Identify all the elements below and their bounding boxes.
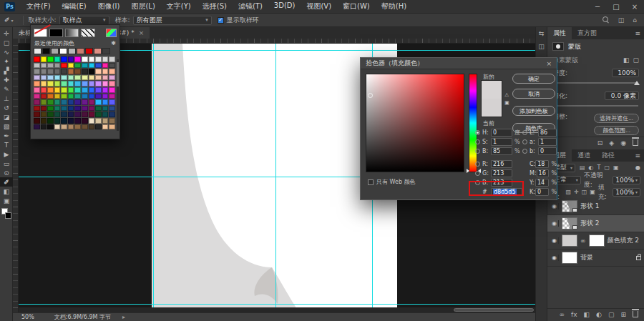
tab-paths[interactable]: 路径 — [596, 149, 620, 162]
swatch-89[interactable] — [68, 99, 74, 105]
menu-item-3[interactable]: 图层(L) — [125, 1, 160, 11]
L-field[interactable]: 86 — [538, 129, 557, 137]
swatch-42[interactable] — [74, 75, 81, 81]
M-field[interactable]: 16 — [537, 169, 550, 177]
dialog-close-icon[interactable]: × — [546, 60, 552, 67]
workspace-icon[interactable]: ◫ — [618, 16, 625, 24]
apply-mask-icon[interactable]: ◈ — [609, 139, 614, 147]
swatch-28[interactable] — [61, 69, 67, 74]
swatch-75[interactable] — [54, 94, 61, 99]
swatch-55[interactable] — [82, 81, 88, 87]
swatch-83[interactable] — [109, 94, 115, 99]
layer-style-icon[interactable]: fx — [571, 311, 577, 318]
layer-row-shape-0[interactable]: ◉形状 1 — [547, 198, 644, 215]
swatch-17[interactable] — [68, 63, 74, 69]
web-colors-only-checkbox[interactable] — [368, 179, 374, 185]
swatch-9[interactable] — [95, 56, 102, 62]
adjustment-layer-icon[interactable]: ◐ — [596, 311, 602, 318]
add-vector-mask-icon[interactable]: ▢ — [633, 56, 639, 64]
rectangle-tool[interactable]: ▭ — [0, 159, 13, 168]
recent-swatch-3[interactable] — [59, 48, 67, 54]
collapsed-panel-icon[interactable]: ◫ — [538, 43, 545, 50]
swatch-10[interactable] — [102, 56, 109, 62]
lock-icon-3[interactable]: ▣ — [590, 189, 595, 195]
swatches-scrollbar[interactable] — [117, 59, 119, 131]
swatch-117[interactable] — [95, 112, 102, 117]
current-color-swatch[interactable] — [482, 99, 502, 117]
swatch-65[interactable] — [68, 87, 74, 93]
minimize-button[interactable]: ─ — [588, 3, 607, 11]
add-to-swatches-button[interactable]: 添加到色板 — [512, 106, 555, 116]
swatch-49[interactable] — [41, 81, 47, 87]
cancel-button[interactable]: 取消 — [512, 89, 555, 99]
recent-swatch-5[interactable] — [77, 48, 84, 54]
path-select-tool[interactable]: ▶ — [0, 149, 13, 159]
swatch-61[interactable] — [41, 87, 47, 93]
swatch-133[interactable] — [41, 124, 47, 130]
maximize-button[interactable]: □ — [607, 3, 625, 11]
swatch-138[interactable] — [74, 124, 81, 130]
swatch-72[interactable] — [34, 94, 40, 99]
H-radio[interactable] — [475, 130, 480, 135]
swatch-127[interactable] — [82, 118, 88, 124]
swatch-80[interactable] — [89, 94, 95, 99]
swatch-94[interactable] — [102, 99, 109, 105]
swatch-96[interactable] — [34, 106, 40, 112]
background-color-chip[interactable] — [5, 212, 11, 219]
swatch-15[interactable] — [54, 63, 61, 69]
swatch-126[interactable] — [74, 118, 81, 124]
swatch-129[interactable] — [95, 118, 102, 124]
swatch-40[interactable] — [61, 75, 67, 81]
swatch-4[interactable] — [61, 56, 67, 62]
filter-toggle-icon[interactable]: ● — [635, 164, 640, 171]
swatch-7[interactable] — [82, 56, 88, 62]
hex-field[interactable]: d8d5d5 — [491, 188, 522, 196]
pattern-icon[interactable] — [81, 29, 94, 37]
sample-size-dropdown[interactable]: 取样点▾ — [59, 16, 109, 25]
swatch-90[interactable] — [74, 99, 81, 105]
menu-item-1[interactable]: 编辑(E) — [57, 1, 92, 11]
swatch-107[interactable] — [109, 106, 115, 112]
no-color-icon[interactable] — [34, 29, 47, 37]
layers-panel-menu-icon[interactable]: ≡ — [635, 152, 640, 159]
zoom-tool[interactable]: ⊙ — [0, 168, 13, 177]
S-field[interactable]: 1 — [491, 138, 512, 146]
swatch-41[interactable] — [68, 75, 74, 81]
recent-swatch-0[interactable] — [34, 48, 42, 54]
swatch-137[interactable] — [68, 124, 74, 130]
layer-row-fill-2[interactable]: ◉∞颜色填充 2 — [547, 232, 644, 250]
swatch-36[interactable] — [34, 75, 40, 81]
swatch-64[interactable] — [61, 87, 67, 93]
swatch-95[interactable] — [109, 99, 115, 105]
swatch-84[interactable] — [34, 99, 40, 105]
color-field-marker[interactable] — [368, 93, 373, 98]
feather-value[interactable]: 0.0 像素 — [605, 92, 639, 100]
swatch-99[interactable] — [54, 106, 61, 112]
swatch-50[interactable] — [47, 81, 54, 87]
density-slider[interactable] — [553, 82, 638, 84]
swatch-115[interactable] — [82, 112, 88, 117]
swatch-68[interactable] — [89, 87, 95, 93]
swatch-106[interactable] — [102, 106, 109, 112]
swatch-132[interactable] — [34, 124, 40, 130]
swatch-27[interactable] — [54, 69, 61, 74]
swatch-32[interactable] — [89, 69, 95, 74]
recent-swatch-4[interactable] — [68, 48, 76, 54]
gamut-warning-icon[interactable]: ⚠ — [504, 92, 509, 98]
swatch-73[interactable] — [41, 94, 47, 99]
panel-menu-icon[interactable]: ≡ — [635, 30, 640, 37]
ok-button[interactable]: 确定 — [512, 74, 555, 84]
share-icon[interactable]: ⌂ — [633, 16, 637, 24]
swatch-57[interactable] — [95, 81, 102, 87]
feather-slider[interactable] — [553, 105, 638, 107]
eraser-tool[interactable]: ◪ — [0, 112, 13, 122]
swatch-131[interactable] — [109, 118, 115, 124]
swatch-0[interactable] — [34, 56, 40, 62]
swatch-143[interactable] — [109, 124, 115, 130]
add-pixel-mask-icon[interactable]: ◧ — [623, 56, 630, 64]
swatch-24[interactable] — [34, 69, 40, 74]
menu-item-7[interactable]: 3D(D) — [268, 1, 301, 11]
status-expand-icon[interactable]: ▸ — [122, 314, 125, 320]
lock-icon-2[interactable]: ◫ — [582, 189, 587, 195]
tab-properties[interactable]: 属性 — [547, 27, 572, 39]
